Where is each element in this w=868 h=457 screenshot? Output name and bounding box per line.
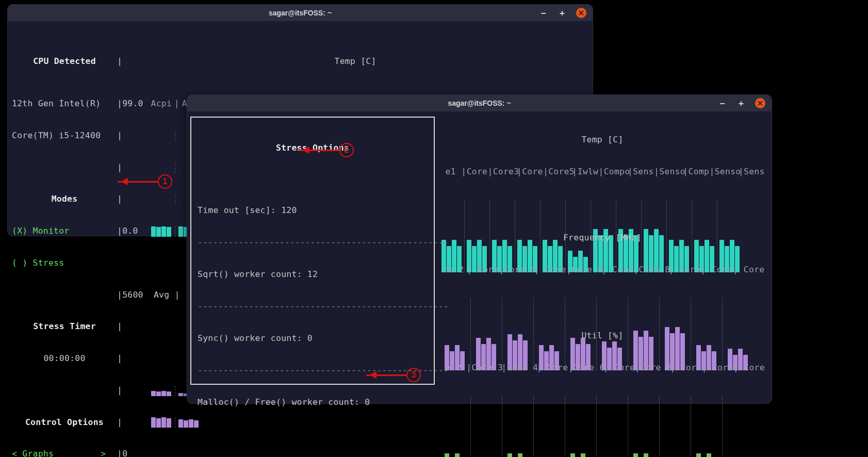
bar-cell: [534, 396, 564, 457]
column-header: Acpi: [149, 99, 174, 109]
modes-heading: Modes: [12, 194, 117, 205]
window-title-front: sagar@itsFOSS: ~: [448, 99, 511, 107]
panel-title: Stress Options: [198, 143, 428, 154]
yscale-top: |99.0: [117, 99, 149, 109]
column-header: Compo: [604, 167, 628, 177]
bar-cell: [471, 396, 501, 457]
opt-timeout[interactable]: Time out [sec]: 120: [198, 205, 428, 216]
column-header: Core: [542, 363, 568, 373]
arrow-2: [299, 150, 339, 151]
opt-malloc[interactable]: Malloc() / Free() worker count: 0: [198, 397, 428, 408]
column-header: Core 4: [504, 265, 534, 275]
stress-timer-heading: Stress Timer: [12, 321, 117, 332]
arrow-1: [118, 181, 158, 183]
column-header: Senso: [659, 167, 683, 177]
column-header: Sens: [633, 167, 654, 177]
maximize-button[interactable]: +: [558, 8, 567, 18]
freq-header-front: Frequency [MHz]: [440, 233, 765, 243]
column-header: Core 6: [571, 265, 601, 275]
column-header: re 2: [440, 265, 467, 275]
column-header: Senso: [715, 167, 739, 177]
column-header: Core: [466, 167, 487, 177]
callout-2: 2: [339, 143, 354, 157]
bar-cell: [692, 396, 722, 457]
column-header: Core: [738, 265, 765, 275]
titlebar-back: sagar@itsFOSS: ~ − +: [8, 5, 593, 21]
bar-cell: [440, 396, 470, 457]
opt-sync[interactable]: Sync() worker count: 0: [198, 333, 428, 344]
column-header: Core3: [493, 167, 517, 177]
arrow-3: [366, 374, 406, 376]
util-columns-front: e 2|Core 3|Core 4| Core|Core 6| Core|Cor…: [440, 363, 765, 373]
cpu-line2: Core(TM) i5-12400: [12, 130, 117, 141]
bar-cell: [149, 386, 174, 396]
util-header-front: Util [%]: [440, 331, 765, 341]
bar-cell: [660, 396, 690, 457]
temp-columns-front: e1|Core|Core3|Core|Core5|Iwlw|Compo|Sens…: [440, 167, 765, 177]
menu-graphs[interactable]: < Graphs >: [12, 449, 117, 457]
column-header: Core: [522, 167, 543, 177]
column-header: Core 6: [574, 363, 603, 373]
terminal-content-front: Temp [C] e1|Core|Core3|Core|Core5|Iwlw|C…: [187, 111, 772, 400]
bar-cell: [149, 162, 174, 173]
mode-monitor[interactable]: (X) Monitor: [12, 226, 117, 237]
stress-options-panel: Stress Options Time out [sec]: 120 -----…: [190, 117, 435, 385]
yscale-freq: |5600 Avg |: [117, 290, 180, 301]
temp-header-front: Temp [C]: [440, 135, 765, 145]
column-header: Core: [707, 363, 733, 373]
close-button[interactable]: [755, 98, 765, 108]
bar-cell: [149, 417, 174, 428]
callout-3: 3: [406, 368, 421, 382]
column-header: Core5: [548, 167, 572, 177]
bar-cell: [597, 396, 627, 457]
titlebar-front: sagar@itsFOSS: ~ − +: [187, 95, 772, 111]
column-header: Core: [539, 265, 566, 275]
freq-columns-front: re 2| Core|Core 4| Core|Core 6| Core|Cor…: [440, 265, 765, 275]
bar-cell: [149, 226, 174, 237]
bar-cell: [149, 194, 174, 205]
freq-bars-back-r2: [149, 417, 202, 428]
divider: ----------------------------------------…: [198, 237, 428, 248]
callout-1: 1: [158, 174, 172, 189]
util-bars-front: [440, 396, 765, 457]
bar-cell: [723, 396, 753, 457]
vbar1: |0: [117, 449, 127, 457]
maximize-button[interactable]: +: [736, 99, 746, 108]
minimize-button[interactable]: −: [539, 8, 548, 18]
column-header: Core: [706, 265, 733, 275]
cpu-line1: 12th Gen Intel(R): [12, 99, 117, 109]
column-header: Core 3: [471, 363, 501, 373]
minimize-button[interactable]: −: [718, 99, 727, 108]
terminal-window-front: sagar@itsFOSS: ~ − + Temp [C] e1|Core|Co…: [187, 94, 772, 404]
bar-cell: [149, 131, 174, 141]
column-header: Core: [739, 363, 765, 373]
column-header: Core: [607, 265, 633, 275]
column-header: Core: [609, 363, 635, 373]
mode-stress[interactable]: ( ) Stress: [12, 258, 117, 269]
bar-cell: [629, 396, 659, 457]
close-button[interactable]: [576, 8, 586, 18]
temp-header-back: Temp [C]: [122, 56, 588, 67]
stress-timer-value: 00:00:00: [12, 353, 117, 364]
divider: ----------------------------------------…: [198, 301, 428, 312]
column-header: Core 8: [640, 363, 670, 373]
util-section-front: Util [%] e 2|Core 3|Core 4| Core|Core 6|…: [440, 309, 765, 457]
column-header: Core 4: [506, 363, 536, 373]
column-header: Sens: [744, 167, 765, 177]
column-header: e1: [440, 167, 461, 177]
control-options-heading: Control Options: [12, 417, 117, 428]
opt-sqrt[interactable]: Sqrt() worker count: 12: [198, 269, 428, 280]
column-header: Iwlw: [577, 167, 598, 177]
cpu-detected-heading: CPU Detected: [12, 56, 117, 67]
yscale-mid: |0.0: [117, 226, 149, 237]
bar-cell: [566, 396, 596, 457]
column-header: Core: [674, 265, 700, 275]
column-header: Comp: [688, 167, 709, 177]
column-header: Core 8: [638, 265, 668, 275]
column-header: Core: [472, 265, 499, 275]
window-title: sagar@itsFOSS: ~: [269, 9, 332, 17]
bar-cell: [503, 396, 533, 457]
column-header: Core: [675, 363, 701, 373]
